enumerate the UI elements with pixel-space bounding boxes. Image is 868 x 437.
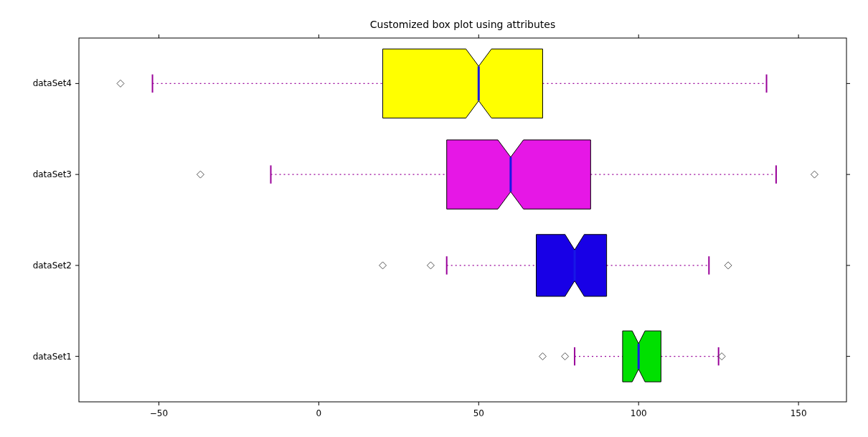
box-body [383, 49, 543, 118]
box-body [537, 235, 607, 296]
y-tick-label: dataSet1 [33, 352, 72, 362]
x-tick-label: 50 [473, 408, 484, 418]
x-tick-label: −50 [150, 408, 168, 418]
chart-title: Customized box plot using attributes [370, 19, 556, 30]
y-tick-label: dataSet2 [33, 260, 72, 271]
outlier-marker [539, 353, 546, 360]
outlier-marker [197, 171, 204, 178]
boxplot-chart: Customized box plot using attributes −50… [0, 0, 868, 437]
box-body [447, 140, 591, 209]
x-tick-label: 0 [316, 408, 322, 418]
y-tick-label: dataSet4 [33, 78, 72, 88]
box-dataSet3 [197, 140, 818, 209]
outlier-marker [379, 262, 387, 269]
box-dataSet1 [539, 331, 725, 382]
outlier-marker [562, 353, 569, 360]
box-dataSet4 [117, 49, 767, 118]
outlier-marker [117, 80, 124, 87]
y-tick-label: dataSet3 [33, 169, 72, 179]
box-dataSet2 [379, 235, 732, 296]
outlier-marker [811, 171, 818, 178]
outlier-marker [427, 262, 434, 269]
plot-content [117, 49, 818, 382]
x-tick-label: 150 [791, 408, 807, 418]
y-axis-ticks: dataSet1dataSet2dataSet3dataSet4 [33, 78, 850, 361]
x-tick-label: 100 [631, 408, 647, 418]
outlier-marker [725, 262, 732, 269]
box-body [623, 331, 661, 382]
